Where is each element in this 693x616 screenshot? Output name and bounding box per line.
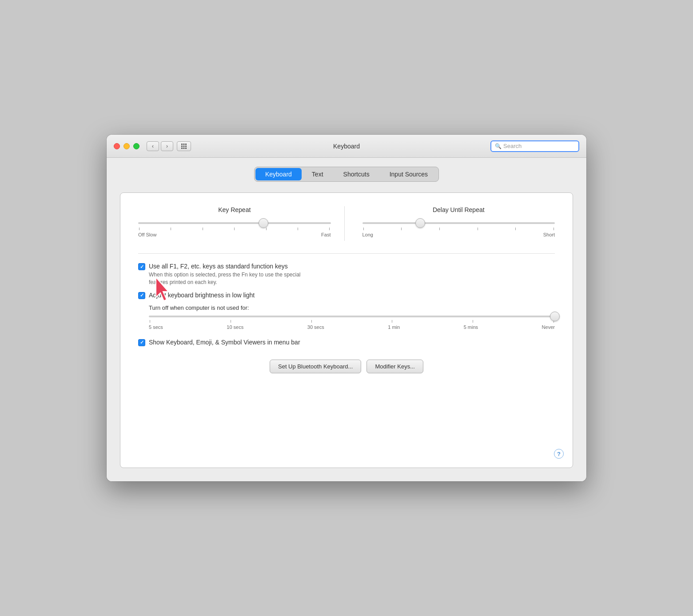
key-repeat-ticks [138, 228, 331, 230]
brightness-tick-label-0: 5 secs [149, 324, 163, 330]
tick [298, 228, 298, 230]
tick [203, 228, 203, 230]
tick [401, 228, 402, 230]
key-repeat-slider-container: Off Slow Fast [138, 222, 331, 237]
tick [139, 228, 139, 230]
delay-repeat-slider-container: Long Short [362, 222, 555, 237]
tick [392, 320, 392, 323]
section-divider [138, 253, 555, 254]
delay-repeat-thumb[interactable] [415, 218, 425, 228]
delay-repeat-left-label: Long [362, 232, 373, 237]
brightness-label: Adjust keyboard brightness in low light [149, 292, 255, 299]
sliders-row: Key Repeat [138, 206, 555, 241]
tabs-container: Keyboard Text Shortcuts Input Sources [120, 167, 573, 182]
svg-rect-5 [185, 145, 187, 147]
fn-keys-text-block: Use all F1, F2, etc. keys as standard fu… [149, 263, 301, 286]
keyboard-preferences-window: ‹ › Keyboard 🔍 Keyboa [107, 135, 586, 481]
svg-rect-3 [181, 145, 183, 147]
traffic-lights [114, 143, 139, 149]
key-repeat-track[interactable] [138, 222, 331, 224]
tab-keyboard[interactable]: Keyboard [255, 168, 302, 180]
show-viewers-checkbox[interactable]: ✓ [138, 339, 145, 346]
main-panel: Key Repeat [120, 192, 573, 468]
fn-keys-description: When this option is selected, press the … [149, 271, 301, 286]
back-button[interactable]: ‹ [147, 141, 159, 151]
key-repeat-thumb[interactable] [259, 218, 268, 228]
brightness-tick-label-5: Never [542, 324, 555, 330]
search-input[interactable] [503, 143, 575, 149]
tick [150, 320, 150, 323]
checkmark-icon: ✓ [140, 340, 144, 345]
svg-rect-1 [183, 144, 185, 145]
svg-rect-0 [181, 144, 183, 145]
tick [171, 228, 171, 230]
key-repeat-section: Key Repeat [138, 206, 345, 241]
tick [554, 228, 554, 230]
forward-button[interactable]: › [161, 141, 173, 151]
window-title: Keyboard [333, 143, 360, 150]
help-button[interactable]: ? [554, 449, 564, 459]
brightness-checkbox-row: ✓ Adjust keyboard brightness in low ligh… [138, 292, 555, 299]
brightness-tick-label-3: 1 min [388, 324, 400, 330]
brightness-slider-container: 5 secs 10 secs 30 secs 1 min 5 mins Neve… [149, 316, 555, 330]
tab-text[interactable]: Text [302, 168, 333, 180]
tick [234, 228, 235, 230]
tick [231, 320, 231, 323]
brightness-slider-label: Turn off when computer is not used for: [149, 304, 555, 311]
tick [439, 228, 440, 230]
svg-rect-8 [185, 148, 187, 149]
brightness-checkbox[interactable]: ✓ [138, 292, 145, 299]
svg-rect-4 [183, 145, 185, 147]
fn-keys-row: ✓ Use all F1, F2, etc. keys as standard … [138, 263, 555, 286]
brightness-tick-label-1: 10 secs [227, 324, 243, 330]
fn-keys-checkbox[interactable]: ✓ [138, 263, 145, 270]
delay-repeat-section: Delay Until Repeat [345, 206, 555, 241]
bluetooth-keyboard-button[interactable]: Set Up Bluetooth Keyboard... [270, 360, 361, 373]
brightness-thumb[interactable] [550, 312, 560, 321]
tick [363, 228, 364, 230]
minimize-button[interactable] [123, 143, 130, 149]
delay-repeat-ticks [362, 228, 555, 230]
checkmark-icon: ✓ [140, 264, 144, 270]
brightness-slider-section: Turn off when computer is not used for: [149, 304, 555, 330]
close-button[interactable] [114, 143, 120, 149]
tick [515, 228, 516, 230]
fn-keys-checkbox-row: ✓ Use all F1, F2, etc. keys as standard … [138, 263, 555, 286]
key-repeat-left-label: Off Slow [138, 232, 156, 237]
delay-repeat-track[interactable] [362, 222, 555, 224]
tick [473, 320, 473, 323]
tick [266, 228, 267, 230]
fn-keys-label: Use all F1, F2, etc. keys as standard fu… [149, 263, 301, 270]
key-repeat-right-label: Fast [321, 232, 331, 237]
brightness-tick-labels: 5 secs 10 secs 30 secs 1 min 5 mins Neve… [149, 324, 555, 330]
show-viewers-label: Show Keyboard, Emoji, & Symbol Viewers i… [149, 339, 300, 346]
search-box[interactable]: 🔍 [490, 140, 579, 152]
brightness-ticks [149, 320, 555, 323]
modifier-keys-button[interactable]: Modifier Keys... [366, 360, 423, 373]
checkmark-icon: ✓ [140, 292, 144, 298]
tick [311, 320, 312, 323]
tabs: Keyboard Text Shortcuts Input Sources [254, 167, 439, 182]
nav-buttons: ‹ › [147, 141, 173, 151]
svg-rect-7 [183, 148, 185, 149]
brightness-track[interactable] [149, 316, 555, 317]
tick [329, 228, 330, 230]
svg-rect-6 [181, 148, 183, 149]
key-repeat-label: Key Repeat [138, 206, 331, 213]
maximize-button[interactable] [133, 143, 139, 149]
brightness-tick-label-4: 5 mins [464, 324, 478, 330]
content-area: Keyboard Text Shortcuts Input Sources Ke… [107, 158, 586, 481]
search-icon: 🔍 [495, 143, 502, 149]
tab-input-sources[interactable]: Input Sources [380, 168, 438, 180]
svg-rect-2 [185, 144, 187, 145]
show-viewers-checkbox-row: ✓ Show Keyboard, Emoji, & Symbol Viewers… [138, 339, 555, 346]
brightness-tick-label-2: 30 secs [307, 324, 324, 330]
apps-grid-button[interactable] [177, 141, 191, 151]
tab-shortcuts[interactable]: Shortcuts [334, 168, 379, 180]
titlebar: ‹ › Keyboard 🔍 [107, 135, 586, 158]
tick [478, 228, 478, 230]
delay-repeat-right-label: Short [543, 232, 555, 237]
delay-repeat-label: Delay Until Repeat [362, 206, 555, 213]
bottom-buttons: Set Up Bluetooth Keyboard... Modifier Ke… [138, 360, 555, 373]
key-repeat-labels: Off Slow Fast [138, 232, 331, 237]
